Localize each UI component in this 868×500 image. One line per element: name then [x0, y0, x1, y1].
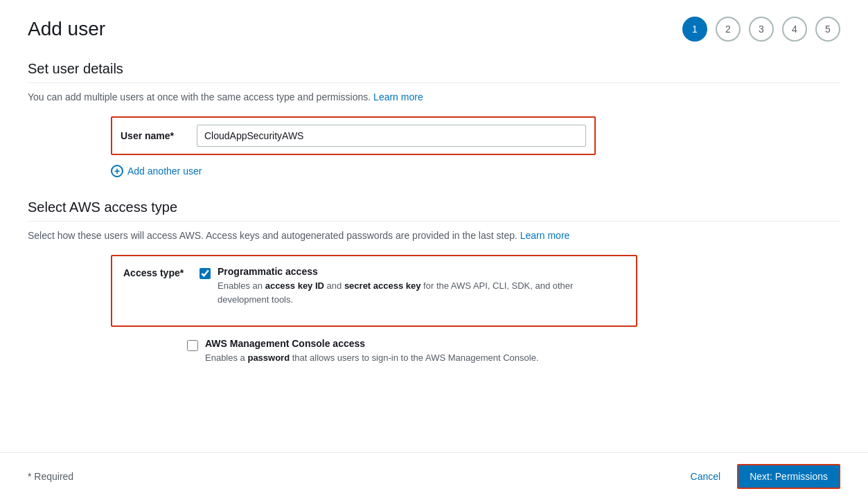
programmatic-access-title: Programmatic access — [218, 266, 625, 277]
plus-icon: + — [111, 165, 123, 177]
console-access-checkbox[interactable] — [187, 340, 198, 351]
step-1: 1 — [682, 17, 707, 42]
programmatic-access-option: Programmatic access Enables an access ke… — [200, 266, 625, 306]
access-type-title: Select AWS access type — [28, 199, 840, 215]
required-note: * Required — [28, 471, 73, 482]
programmatic-access-checkbox[interactable] — [200, 268, 211, 279]
footer: * Required Cancel Next: Permissions — [0, 452, 868, 500]
access-type-form-area: Access type* Programmatic access Enables… — [28, 255, 840, 365]
user-details-learn-more[interactable]: Learn more — [373, 91, 423, 102]
step-3: 3 — [749, 17, 774, 42]
page-header: Add user 1 2 3 4 5 — [28, 17, 840, 42]
console-access-title: AWS Management Console access — [205, 338, 539, 349]
access-type-learn-more[interactable]: Learn more — [520, 230, 570, 241]
console-access-option: AWS Management Console access Enables a … — [187, 338, 539, 365]
user-form-area: User name* + Add another user — [28, 116, 840, 177]
user-details-section: Set user details You can add multiple us… — [28, 61, 840, 177]
user-name-field-container: User name* — [111, 116, 596, 155]
user-name-label: User name* — [121, 130, 197, 141]
next-permissions-button[interactable]: Next: Permissions — [737, 464, 840, 489]
cancel-button[interactable]: Cancel — [682, 465, 729, 488]
user-details-title: Set user details — [28, 61, 840, 77]
console-access-row: AWS Management Console access Enables a … — [111, 338, 840, 365]
user-details-description: You can add multiple users at once with … — [28, 91, 840, 102]
step-indicators: 1 2 3 4 5 — [682, 17, 840, 42]
user-details-divider — [28, 82, 840, 83]
step-2: 2 — [716, 17, 741, 42]
access-type-row: Access type* Programmatic access Enables… — [123, 266, 625, 306]
access-type-label: Access type* — [123, 266, 200, 278]
user-name-input[interactable] — [197, 125, 586, 147]
console-access-desc: Enables a password that allows users to … — [205, 351, 539, 365]
add-another-user-button[interactable]: + Add another user — [111, 165, 840, 177]
programmatic-access-box: Access type* Programmatic access Enables… — [111, 255, 637, 327]
access-type-description: Select how these users will access AWS. … — [28, 230, 840, 241]
page-title: Add user — [28, 18, 105, 40]
access-type-divider — [28, 221, 840, 222]
footer-actions: Cancel Next: Permissions — [682, 464, 840, 489]
step-4: 4 — [782, 17, 807, 42]
step-5: 5 — [815, 17, 840, 42]
access-type-section: Select AWS access type Select how these … — [28, 199, 840, 365]
programmatic-access-desc: Enables an access key ID and secret acce… — [218, 279, 625, 306]
